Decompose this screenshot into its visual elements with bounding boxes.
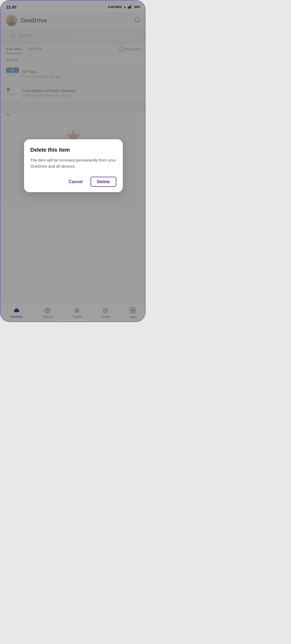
delete-button[interactable]: Delete — [91, 177, 116, 187]
home-indicator — [57, 320, 89, 321]
delete-dialog: Delete this item The item will be remove… — [24, 139, 123, 192]
cancel-button[interactable]: Cancel — [65, 178, 86, 186]
dialog-body: The item will be removed permanently fro… — [30, 157, 116, 169]
dialog-actions: Cancel Delete — [30, 177, 116, 187]
dialog-title: Delete this item — [30, 147, 116, 153]
